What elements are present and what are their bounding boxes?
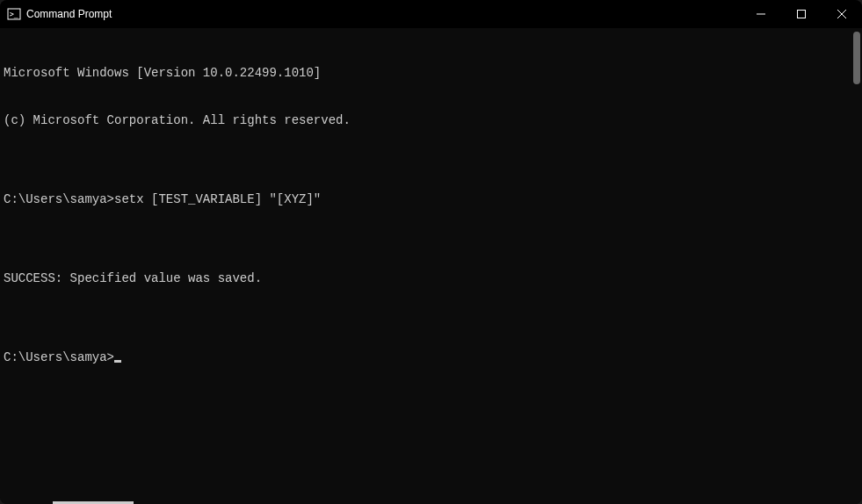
terminal-line: C:\Users\samya>setx [TEST_VARIABLE] "[XY… [4, 191, 858, 207]
command-prompt-icon: >_ [7, 7, 21, 21]
titlebar-left: >_ Command Prompt [7, 7, 112, 21]
close-icon [837, 10, 846, 18]
close-button[interactable] [822, 0, 862, 28]
svg-text:>_: >_ [10, 11, 18, 18]
terminal-line: SUCCESS: Specified value was saved. [4, 270, 858, 286]
window-title: Command Prompt [26, 8, 112, 20]
minimize-icon [757, 10, 765, 18]
terminal-line: Microsoft Windows [Version 10.0.22499.10… [4, 65, 858, 81]
command-prompt-window: >_ Command Prompt [0, 0, 862, 504]
maximize-icon [797, 10, 806, 18]
titlebar[interactable]: >_ Command Prompt [0, 0, 862, 28]
terminal-prompt-line: C:\Users\samya> [4, 349, 858, 365]
terminal-line: (c) Microsoft Corporation. All rights re… [4, 112, 858, 128]
window-controls [741, 0, 862, 28]
terminal-prompt: C:\Users\samya> [4, 350, 114, 364]
terminal-output[interactable]: Microsoft Windows [Version 10.0.22499.10… [0, 28, 862, 504]
cursor [114, 360, 121, 363]
minimize-button[interactable] [741, 0, 781, 28]
scrollbar-thumb[interactable] [853, 32, 860, 84]
maximize-button[interactable] [781, 0, 822, 28]
svg-rect-3 [798, 11, 806, 18]
